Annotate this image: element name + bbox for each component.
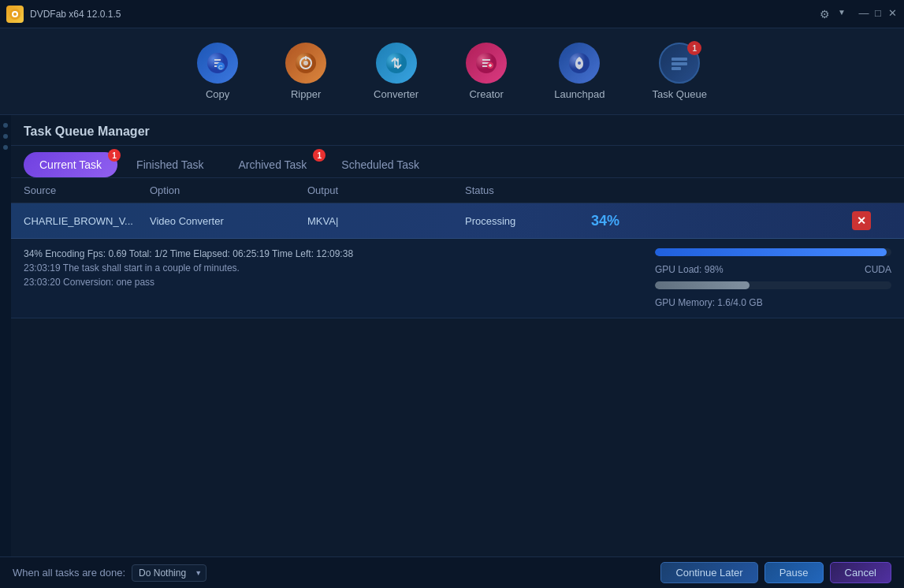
gpu-mem-label: GPU Memory: 1.6/4.0 GB	[655, 297, 763, 308]
svg-point-18	[578, 61, 581, 65]
table-header: Source Option Output Status	[11, 178, 904, 203]
tab-current[interactable]: Current Task 1	[24, 152, 117, 177]
taskqueue-icon: 1	[659, 43, 700, 84]
continue-later-button[interactable]: Continue Later	[660, 562, 757, 583]
converter-label: Converter	[374, 88, 419, 100]
taskqueue-badge: 1	[687, 41, 701, 55]
svg-point-8	[303, 61, 308, 65]
bottom-right: Continue Later Pause Cancel	[660, 562, 891, 583]
tab-current-badge: 1	[108, 149, 121, 162]
nav-item-taskqueue[interactable]: 1 Task Queue	[653, 43, 707, 100]
cancel-button[interactable]: Cancel	[830, 562, 891, 583]
task-option: Video Converter	[150, 215, 307, 227]
tab-finished[interactable]: Finished Task	[121, 152, 219, 177]
nav-bar: C Copy Ripper	[0, 28, 904, 115]
empty-area	[11, 318, 904, 556]
sidebar-dot-1	[3, 123, 8, 128]
app-title: DVDFab x64 12.0.1.5	[30, 9, 121, 20]
main-content: Task Queue Manager Current Task 1 Finish…	[11, 115, 904, 556]
gpu-load-tag: CUDA	[865, 264, 891, 275]
tab-archived[interactable]: Archived Task 1	[222, 152, 322, 177]
task-status: Processing	[465, 215, 591, 227]
launchpad-icon	[559, 43, 600, 84]
taskqueue-label: Task Queue	[653, 88, 707, 100]
bottom-bar: When all tasks are done: Do Nothing Shut…	[0, 556, 904, 588]
sidebar-dot-3	[3, 145, 8, 150]
nav-item-converter[interactable]: Converter	[374, 43, 419, 100]
svg-point-2	[13, 13, 17, 16]
title-bar-controls: ⚙ ▼ — □ ✕	[820, 8, 898, 20]
page-title: Task Queue Manager	[24, 125, 150, 138]
task-source: CHARLIE_BROWN_V...	[24, 215, 150, 227]
col-output: Output	[307, 184, 465, 196]
dropdown-icon[interactable]: ▼	[838, 8, 846, 20]
tab-archived-badge: 1	[313, 149, 326, 162]
log-line-2: 23:03:20 Conversion: one pass	[24, 277, 642, 288]
maximize-button[interactable]: □	[872, 8, 884, 19]
svg-rect-21	[671, 67, 681, 70]
copy-icon: C	[197, 43, 238, 84]
gpu-mem-info: GPU Memory: 1.6/4.0 GB	[655, 297, 891, 308]
table-row[interactable]: CHARLIE_BROWN_V... Video Converter MKVA|…	[11, 203, 904, 239]
tab-scheduled[interactable]: Scheduled Task	[326, 152, 435, 177]
sidebar-dot-2	[3, 134, 8, 139]
log-line-1: 23:03:19 The task shall start in a coupl…	[24, 262, 642, 274]
converter-icon	[376, 43, 417, 84]
gpu-section: GPU Load: 98% CUDA GPU Memory: 1.6/4.0 G…	[655, 248, 891, 308]
nav-item-ripper[interactable]: Ripper	[285, 43, 326, 100]
gpu-mem-bar-fill	[655, 281, 750, 289]
gpu-load-bar-fill	[655, 248, 887, 256]
gpu-load-info: GPU Load: 98% CUDA	[655, 264, 891, 275]
col-source: Source	[24, 184, 150, 196]
svg-rect-20	[671, 62, 687, 65]
task-log: 34% Encoding Fps: 0.69 Total: 1/2 Time E…	[24, 248, 642, 308]
nav-item-copy[interactable]: C Copy	[197, 43, 238, 100]
tabs-bar: Current Task 1 Finished Task Archived Ta…	[11, 146, 904, 178]
svg-text:C: C	[218, 64, 223, 71]
title-bar-left: DVDFab x64 12.0.1.5	[6, 6, 121, 23]
nav-item-launchpad[interactable]: Launchpad	[554, 43, 605, 100]
task-close-button[interactable]: ✕	[852, 211, 871, 230]
ripper-label: Ripper	[291, 88, 321, 100]
close-button[interactable]: ✕	[887, 8, 898, 19]
task-percent: 34%	[591, 213, 852, 229]
gpu-load-label: GPU Load: 98%	[655, 264, 724, 275]
svg-rect-9	[305, 56, 307, 60]
when-done-select-wrapper[interactable]: Do Nothing Shut Down Sleep Hibernate	[132, 564, 206, 582]
creator-label: Creator	[469, 88, 503, 100]
col-empty	[591, 184, 852, 196]
settings-icon[interactable]: ⚙	[820, 8, 830, 20]
svg-point-10	[386, 53, 407, 73]
page-title-bar: Task Queue Manager	[11, 115, 904, 146]
app-logo	[6, 6, 24, 23]
creator-icon	[466, 43, 507, 84]
sidebar-strip	[0, 115, 11, 556]
pause-button[interactable]: Pause	[764, 562, 824, 583]
copy-label: Copy	[206, 88, 229, 100]
col-action	[852, 184, 891, 196]
nav-item-creator[interactable]: Creator	[466, 43, 507, 100]
task-output: MKVA|	[307, 215, 465, 227]
title-bar: DVDFab x64 12.0.1.5 ⚙ ▼ — □ ✕	[0, 0, 904, 28]
when-done-select[interactable]: Do Nothing Shut Down Sleep Hibernate	[132, 564, 206, 582]
log-progress: 34% Encoding Fps: 0.69 Total: 1/2 Time E…	[24, 248, 642, 259]
gpu-mem-bar-container	[655, 281, 891, 289]
minimize-button[interactable]: —	[858, 8, 869, 19]
when-done-label: When all tasks are done:	[13, 567, 125, 579]
gpu-load-bar-container	[655, 248, 891, 256]
col-status: Status	[465, 184, 591, 196]
col-option: Option	[150, 184, 307, 196]
bottom-left: When all tasks are done: Do Nothing Shut…	[13, 564, 206, 582]
ripper-icon	[285, 43, 326, 84]
svg-rect-19	[671, 58, 687, 61]
launchpad-label: Launchpad	[554, 88, 605, 100]
task-details: 34% Encoding Fps: 0.69 Total: 1/2 Time E…	[11, 239, 904, 318]
